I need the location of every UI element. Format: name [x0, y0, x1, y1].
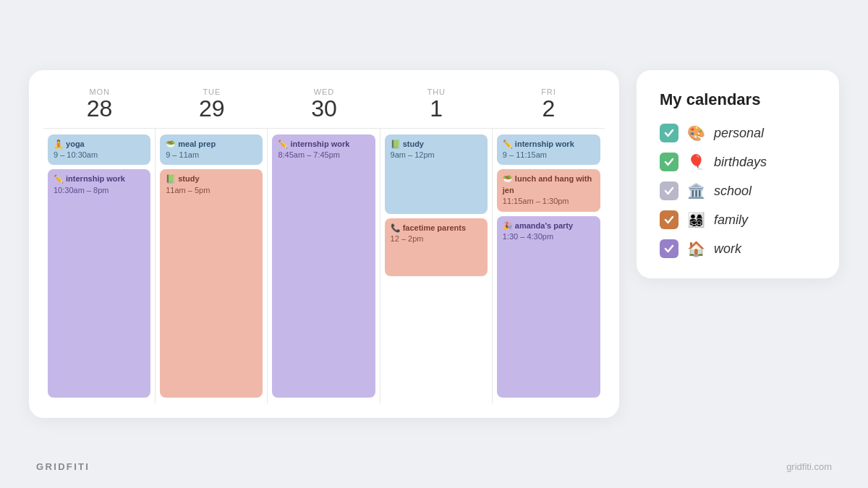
- day-header-thu: THU 1: [380, 87, 493, 128]
- label-personal: personal: [714, 126, 764, 141]
- emoji-birthdays: 🎈: [687, 153, 705, 171]
- brand-label: GRIDFITI: [36, 461, 90, 472]
- emoji-school: 🏛️: [687, 182, 705, 200]
- day-header-fri: FRI 2: [493, 87, 605, 128]
- event-internship-wed[interactable]: ✏️ internship work 8:45am – 7:45pm: [272, 134, 375, 398]
- emoji-family: 👨‍👩‍👧‍👦: [687, 211, 705, 228]
- day-column-wed: ✏️ internship work 8:45am – 7:45pm: [268, 129, 380, 403]
- day-header-mon: MON 28: [43, 87, 156, 128]
- label-family: family: [714, 213, 748, 228]
- event-study-tue[interactable]: 📗 study 11am – 5pm: [160, 169, 263, 397]
- day-column-mon: 🧘 yoga 9 – 10:30am ✏️ internship work 10…: [43, 129, 156, 403]
- label-school: school: [714, 184, 752, 199]
- emoji-personal: 🎨: [687, 124, 705, 142]
- day-header-tue: TUE 29: [156, 87, 268, 128]
- event-lunch-jen[interactable]: 🥗 lunch and hang with jen 11:15am – 1:30…: [497, 169, 600, 211]
- footer: GRIDFITI gridfiti.com: [36, 461, 832, 472]
- checkbox-family[interactable]: [660, 210, 678, 229]
- calendar-item-family[interactable]: 👨‍👩‍👧‍👦 family: [660, 210, 816, 229]
- emoji-work: 🏠: [687, 240, 705, 257]
- checkbox-school[interactable]: [660, 181, 678, 200]
- url-label: gridfiti.com: [786, 461, 832, 472]
- calendars-title: My calendars: [660, 90, 816, 109]
- day-column-fri: ✏️ internship work 9 – 11:15am 🥗 lunch a…: [493, 129, 605, 403]
- label-birthdays: birthdays: [714, 155, 767, 170]
- calendar-item-birthdays[interactable]: 🎈 birthdays: [660, 153, 816, 171]
- event-internship-fri[interactable]: ✏️ internship work 9 – 11:15am: [497, 134, 600, 166]
- event-meal-prep[interactable]: 🥗 meal prep 9 – 11am: [160, 134, 263, 166]
- event-facetime[interactable]: 📞 facetime parents 12 – 2pm: [385, 218, 488, 276]
- calendar-item-work[interactable]: 🏠 work: [660, 239, 816, 258]
- day-column-thu: 📗 study 9am – 12pm 📞 facetime parents 12…: [380, 129, 493, 403]
- label-work: work: [714, 241, 741, 257]
- calendar-item-school[interactable]: 🏛️ school: [660, 181, 816, 200]
- event-study-thu[interactable]: 📗 study 9am – 12pm: [385, 134, 488, 214]
- calendar-grid: MON 28 TUE 29 WED 30 THU 1 FRI 2: [43, 87, 605, 403]
- event-internship-mon[interactable]: ✏️ internship work 10:30am – 8pm: [48, 169, 150, 397]
- day-header-wed: WED 30: [268, 87, 380, 128]
- calendar-card: MON 28 TUE 29 WED 30 THU 1 FRI 2: [29, 70, 619, 417]
- checkbox-work[interactable]: [660, 239, 678, 258]
- event-yoga[interactable]: 🧘 yoga 9 – 10:30am: [48, 134, 150, 166]
- calendars-card: My calendars 🎨 personal 🎈 birthdays 🏛️ s…: [637, 70, 839, 278]
- day-column-tue: 🥗 meal prep 9 – 11am 📗 study 11am – 5pm: [156, 129, 268, 403]
- calendar-item-personal[interactable]: 🎨 personal: [660, 124, 816, 142]
- event-amandas-party[interactable]: 🎉 amanda's party 1:30 – 4:30pm: [497, 216, 600, 398]
- checkbox-birthdays[interactable]: [660, 153, 678, 171]
- checkbox-personal[interactable]: [660, 124, 678, 142]
